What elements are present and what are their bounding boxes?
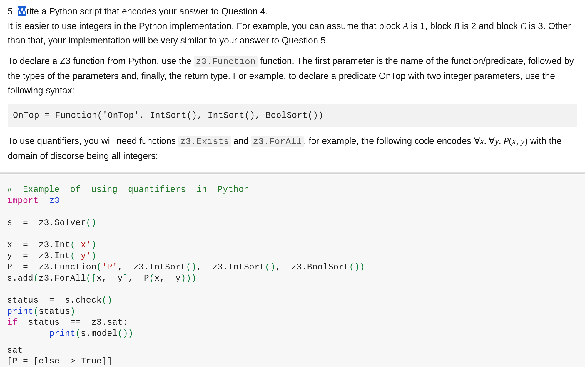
code-y-p2: ) [91,251,96,261]
math-y-2: y [521,136,525,146]
code-block-ontop: OnTop = Function('OnTop', IntSort(), Int… [8,104,577,127]
code-y-decl: y = z3.Int [7,251,70,261]
math-dot-2: . [499,136,504,146]
para1-a: It is easier to use integers in the Pyth… [8,21,403,31]
math-comma: , [516,136,521,146]
symbol-C: C [520,21,526,31]
code-P-str: 'P' [102,262,118,272]
code-if-kw: if [7,318,18,327]
math-dot-1: . [484,136,489,146]
code-ontop-line: OnTop = Function('OnTop', IntSort(), Int… [13,111,323,120]
code-check: status = s.check [7,296,102,305]
code-P-p1: ( [96,262,102,272]
code-indent [7,329,49,339]
question-para-3-wrap: To use quantifiers, you will need functi… [0,134,585,163]
code-print2-func: print [49,329,76,339]
para3-b: and [231,136,251,146]
code-solver-parens: () [86,218,97,228]
code-y-p1: ( [70,251,76,261]
code-add-b: z3.ForAll [39,274,86,283]
math-close-paren: ) [525,136,528,146]
inline-code-z3-forall: z3.ForAll [251,136,304,147]
math-y-1: y [495,136,499,146]
math-open-paren: ( [509,136,512,146]
code-if-cond: status == z3.sat: [18,318,128,327]
code-print2-arg: s.model [81,329,118,339]
code-comment: # Example of using quantifiers in Python [7,185,249,195]
code-print2-p1: ( [76,329,81,339]
code-P-p3: () [265,262,275,272]
para3-c: , for example, the following code encode… [304,136,474,146]
math-forall-2: ∀ [489,136,495,146]
code-x-decl: x = z3.Int [7,240,70,250]
python-code-cell[interactable]: # Example of using quantifiers in Python… [0,175,585,341]
para1-c: is 2 and block [459,21,520,31]
code-add-p5: ))) [181,274,197,283]
code-P-b: , z3.IntSort [118,262,186,272]
code-print1-p1: ( [34,307,39,316]
question-line-1-rest: rite a Python script that encodes your a… [26,6,268,16]
math-x-2: x [512,136,516,146]
para1-b: is 1, block [408,21,454,31]
code-add-p3: ] [123,274,128,283]
code-add-p4: ( [149,274,154,283]
code-P-p4: ()) [349,262,365,272]
inline-code-z3-exists: z3.Exists [178,136,231,147]
question-para-1: 5. Write a Python script that encodes yo… [8,4,577,48]
code-add-p2: ([ [86,274,97,283]
question-para-3: To use quantifiers, you will need functi… [8,134,577,163]
code-solver: s = z3.Solver [7,218,86,228]
code-x-p1: ( [70,240,76,250]
output-line-1: sat [7,346,23,355]
question-number: 5. [8,6,15,16]
code-y-str: 'y' [76,251,91,261]
code-add-a: s.add [7,274,34,283]
code-x-p2: ) [91,240,96,250]
code-P-c: , z3.IntSort [197,262,265,272]
code-output: sat [P = [else -> True]] [0,341,585,367]
para2-a: To declare a Z3 function from Python, us… [8,56,194,66]
math-P: P [503,136,509,146]
question-para-2: To declare a Z3 function from Python, us… [8,54,577,98]
code-print2-p2: ()) [118,329,133,339]
question-block: 5. Write a Python script that encodes yo… [0,4,585,98]
code-check-parens: () [102,296,112,305]
code-x-str: 'x' [76,240,91,250]
code-add-e: x, y [154,274,181,283]
symbol-A: A [403,21,408,31]
output-line-2: [P = [else -> True]] [7,356,112,366]
math-forall-1: ∀ [474,136,480,146]
frame-separator [0,173,585,173]
code-add-c: x, y [96,274,123,283]
code-add-d: , P [128,274,149,283]
code-P-d: , z3.BoolSort [275,262,349,272]
code-import-kw: import [7,196,39,206]
code-print1-p2: ) [70,307,76,316]
code-add-p1: ( [34,274,39,283]
code-print1-func: print [7,307,34,316]
code-print1-arg: status [39,307,70,316]
code-P-p2: () [186,262,197,272]
inline-code-z3-function: z3.Function [194,56,258,67]
math-x-1: x [480,136,484,146]
code-import-module: z3 [49,196,60,206]
symbol-B: B [454,21,459,31]
code-P-decl-a: P = z3.Function [7,262,96,272]
para3-a: To use quantifiers, you will need functi… [8,136,178,146]
text-selection: W [18,6,26,16]
